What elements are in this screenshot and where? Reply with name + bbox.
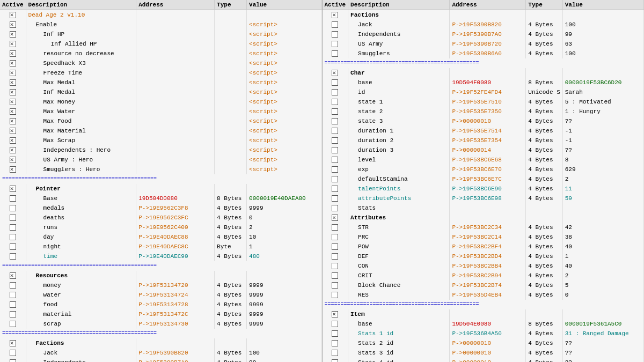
checkbox[interactable] xyxy=(10,321,16,327)
active-cell[interactable] xyxy=(0,87,26,97)
active-cell[interactable] xyxy=(323,68,348,78)
active-cell[interactable] xyxy=(0,10,26,20)
checkbox[interactable] xyxy=(10,118,16,124)
checkbox[interactable] xyxy=(10,60,16,67)
checkbox[interactable] xyxy=(10,195,16,202)
active-cell[interactable] xyxy=(0,348,26,358)
active-cell[interactable] xyxy=(323,194,348,203)
checkbox[interactable] xyxy=(10,21,16,28)
active-cell[interactable] xyxy=(323,184,348,194)
active-cell[interactable] xyxy=(323,49,348,58)
active-cell[interactable] xyxy=(0,165,26,174)
active-cell[interactable] xyxy=(0,155,26,165)
active-cell[interactable] xyxy=(323,136,348,145)
active-cell[interactable] xyxy=(0,280,26,290)
active-cell[interactable] xyxy=(323,203,348,213)
active-cell[interactable] xyxy=(323,261,348,271)
checkbox[interactable] xyxy=(332,253,338,260)
checkbox[interactable] xyxy=(10,282,16,289)
active-cell[interactable] xyxy=(323,358,348,363)
checkbox[interactable] xyxy=(10,128,16,134)
active-cell[interactable] xyxy=(0,232,26,242)
checkbox[interactable] xyxy=(332,70,338,76)
active-cell[interactable] xyxy=(323,338,348,348)
active-cell[interactable] xyxy=(323,290,348,300)
active-cell[interactable] xyxy=(0,223,26,232)
checkbox[interactable] xyxy=(332,234,338,240)
checkbox[interactable] xyxy=(10,234,16,240)
checkbox[interactable] xyxy=(332,340,338,346)
checkbox[interactable] xyxy=(10,301,16,308)
active-cell[interactable] xyxy=(323,280,348,290)
active-cell[interactable] xyxy=(0,58,26,68)
checkbox[interactable] xyxy=(332,118,338,124)
active-cell[interactable] xyxy=(323,309,348,319)
checkbox[interactable] xyxy=(332,292,338,298)
checkbox[interactable] xyxy=(10,224,16,231)
checkbox[interactable] xyxy=(10,99,16,105)
checkbox[interactable] xyxy=(332,195,338,202)
active-cell[interactable] xyxy=(323,29,348,39)
checkbox[interactable] xyxy=(10,205,16,211)
active-cell[interactable] xyxy=(0,97,26,107)
checkbox[interactable] xyxy=(10,31,16,38)
active-cell[interactable] xyxy=(323,174,348,184)
checkbox[interactable] xyxy=(332,186,338,192)
checkbox[interactable] xyxy=(332,108,338,115)
checkbox[interactable] xyxy=(10,243,16,250)
checkbox[interactable] xyxy=(332,282,338,289)
checkbox[interactable] xyxy=(332,166,338,173)
active-cell[interactable] xyxy=(323,319,348,329)
active-cell[interactable] xyxy=(323,87,348,97)
checkbox[interactable] xyxy=(332,311,338,317)
active-cell[interactable] xyxy=(0,252,26,261)
checkbox[interactable] xyxy=(10,272,16,279)
checkbox[interactable] xyxy=(332,321,338,327)
active-cell[interactable] xyxy=(323,213,348,223)
active-cell[interactable] xyxy=(323,20,348,29)
checkbox[interactable] xyxy=(10,215,16,221)
checkbox[interactable] xyxy=(332,41,338,47)
active-cell[interactable] xyxy=(0,107,26,116)
active-cell[interactable] xyxy=(0,49,26,58)
checkbox[interactable] xyxy=(10,70,16,76)
active-cell[interactable] xyxy=(323,78,348,87)
checkbox[interactable] xyxy=(10,311,16,317)
active-cell[interactable] xyxy=(0,136,26,145)
active-cell[interactable] xyxy=(323,97,348,107)
active-cell[interactable] xyxy=(0,29,26,39)
active-cell[interactable] xyxy=(0,309,26,319)
checkbox[interactable] xyxy=(332,147,338,153)
checkbox[interactable] xyxy=(10,359,16,362)
checkbox[interactable] xyxy=(332,128,338,134)
active-cell[interactable] xyxy=(0,145,26,155)
checkbox[interactable] xyxy=(10,147,16,153)
active-cell[interactable] xyxy=(323,271,348,280)
checkbox[interactable] xyxy=(332,21,338,28)
active-cell[interactable] xyxy=(0,68,26,78)
active-cell[interactable] xyxy=(323,242,348,252)
active-cell[interactable] xyxy=(0,184,26,194)
checkbox[interactable] xyxy=(10,137,16,144)
active-cell[interactable] xyxy=(0,271,26,280)
active-cell[interactable] xyxy=(323,232,348,242)
active-cell[interactable] xyxy=(0,194,26,203)
active-cell[interactable] xyxy=(323,223,348,232)
checkbox[interactable] xyxy=(332,224,338,231)
active-cell[interactable] xyxy=(0,126,26,136)
active-cell[interactable] xyxy=(0,338,26,348)
checkbox[interactable] xyxy=(332,31,338,38)
active-cell[interactable] xyxy=(0,290,26,300)
active-cell[interactable] xyxy=(0,20,26,29)
active-cell[interactable] xyxy=(0,358,26,363)
active-cell[interactable] xyxy=(0,213,26,223)
active-cell[interactable] xyxy=(323,10,348,20)
checkbox[interactable] xyxy=(332,12,338,18)
checkbox[interactable] xyxy=(332,137,338,144)
active-cell[interactable] xyxy=(323,126,348,136)
active-cell[interactable] xyxy=(323,252,348,261)
active-cell[interactable] xyxy=(323,348,348,358)
checkbox[interactable] xyxy=(332,272,338,279)
checkbox[interactable] xyxy=(332,263,338,269)
active-cell[interactable] xyxy=(323,145,348,155)
